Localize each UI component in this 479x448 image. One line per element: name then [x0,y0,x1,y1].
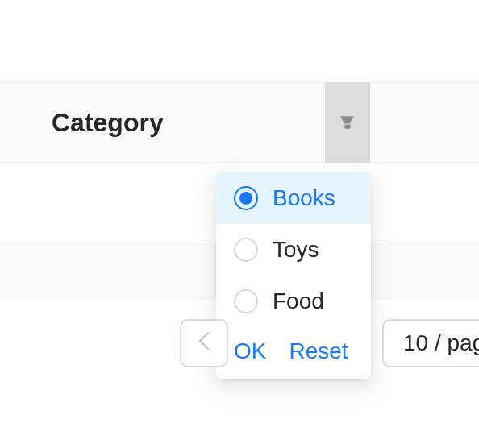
filter-icon [339,114,356,131]
column-title: Category [52,108,164,138]
reset-button[interactable]: Reset [289,338,348,364]
filter-actions: OK Reset [216,327,371,379]
radio-icon [234,238,258,262]
filter-option-food[interactable]: Food [216,276,371,327]
column-header-category: Category [0,82,479,163]
filter-option-label: Toys [273,237,319,263]
table-header: Category [0,82,479,163]
filter-trigger[interactable] [325,82,370,163]
page-size-selector[interactable]: 10 / pag [382,319,479,367]
chevron-left-icon [198,334,210,352]
filter-option-label: Food [273,288,324,314]
filter-option-toys[interactable]: Toys [216,224,371,276]
pagination-prev-button[interactable] [180,319,228,367]
filter-dropdown: Books Toys Food OK Reset [216,172,371,379]
radio-icon [234,289,258,313]
filter-option-label: Books [273,185,335,211]
ok-button[interactable]: OK [234,338,266,364]
radio-icon [234,186,258,210]
page-size-label: 10 / pag [403,330,479,356]
filter-option-books[interactable]: Books [216,172,371,224]
